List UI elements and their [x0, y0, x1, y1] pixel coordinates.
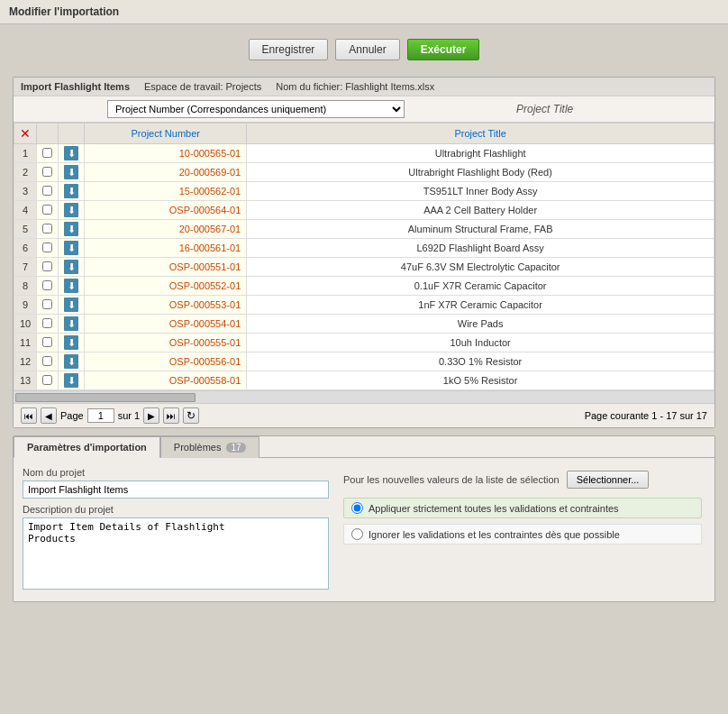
workspace-label: Espace de travail: Projects — [144, 81, 261, 92]
row-pn: 20-000569-01 — [85, 163, 247, 182]
select-row: Pour les nouvelles valeurs de la liste d… — [343, 471, 702, 489]
column-dropdown[interactable]: Project Number (Correspondances uniqueme… — [108, 101, 404, 117]
row-check-cell[interactable] — [37, 220, 59, 239]
column-dropdown-wrapper[interactable]: Project Number (Correspondances uniqueme… — [107, 100, 405, 118]
project-name-input[interactable] — [23, 481, 329, 499]
row-pn: OSP-000551-01 — [85, 258, 247, 277]
table-scroll[interactable]: ✕ Project Number Project Title 1 ⬇ 10-00… — [14, 123, 714, 390]
title-header[interactable]: Project Title — [247, 124, 714, 144]
row-check-cell[interactable] — [37, 315, 59, 334]
save-button[interactable]: Enregistrer — [249, 39, 329, 60]
row-import-cell[interactable]: ⬇ — [59, 182, 85, 201]
row-title: 47uF 6.3V SM Electrolytic Capacitor — [247, 258, 714, 277]
row-import-cell[interactable]: ⬇ — [59, 277, 85, 296]
row-check-cell[interactable] — [37, 334, 59, 352]
project-desc-label: Description du projet — [23, 504, 329, 515]
import-tab-label: Import Flashlight Items — [21, 81, 130, 92]
row-import-cell[interactable]: ⬇ — [59, 296, 85, 315]
delete-header: ✕ — [14, 124, 37, 144]
project-name-label: Nom du projet — [23, 467, 329, 478]
row-import-cell[interactable]: ⬇ — [59, 144, 85, 163]
row-delete-cell: 11 — [14, 334, 37, 352]
select-button[interactable]: Sélectionner... — [567, 471, 650, 489]
row-check-cell[interactable] — [37, 163, 59, 182]
prev-page-btn[interactable]: ◀ — [41, 407, 57, 424]
row-check-cell[interactable] — [37, 144, 59, 163]
row-check-cell[interactable] — [37, 296, 59, 315]
data-table: ✕ Project Number Project Title 1 ⬇ 10-00… — [14, 123, 714, 390]
row-title: L692D Flashlight Board Assy — [247, 239, 714, 258]
problems-badge: 17 — [226, 443, 245, 453]
row-check-cell[interactable] — [37, 201, 59, 220]
refresh-button[interactable]: ↻ — [183, 407, 199, 424]
row-pn: 20-000567-01 — [85, 220, 247, 239]
row-import-cell[interactable]: ⬇ — [59, 239, 85, 258]
of-label: sur 1 — [118, 410, 140, 421]
row-import-cell[interactable]: ⬇ — [59, 352, 85, 371]
h-scroll-thumb[interactable] — [15, 393, 196, 402]
check-header — [37, 124, 59, 144]
row-pn: OSP-000564-01 — [85, 201, 247, 220]
row-title: 10uh Inductor — [247, 334, 714, 352]
row-pn: OSP-000555-01 — [85, 334, 247, 352]
row-delete-cell: 6 — [14, 239, 37, 258]
row-check-cell[interactable] — [37, 239, 59, 258]
row-delete-cell: 4 — [14, 201, 37, 220]
row-check-cell[interactable] — [37, 277, 59, 296]
execute-button[interactable]: Exécuter — [407, 39, 480, 60]
row-delete-cell: 10 — [14, 315, 37, 334]
row-import-cell[interactable]: ⬇ — [59, 220, 85, 239]
row-check-cell[interactable] — [37, 352, 59, 371]
radio-option1-label: Appliquer strictement toutes les validat… — [369, 503, 619, 514]
row-delete-cell: 13 — [14, 371, 37, 390]
row-delete-cell: 8 — [14, 277, 37, 296]
panel-header: Import Flashlight Items Espace de travai… — [14, 78, 714, 96]
horizontal-scrollbar[interactable] — [14, 390, 714, 403]
tab-import-params[interactable]: Paramètres d'importation — [14, 436, 160, 458]
toolbar: Enregistrer Annuler Exécuter — [13, 33, 715, 66]
row-check-cell[interactable] — [37, 258, 59, 277]
row-import-cell[interactable]: ⬇ — [59, 163, 85, 182]
row-import-cell[interactable]: ⬇ — [59, 371, 85, 390]
row-check-cell[interactable] — [37, 371, 59, 390]
row-delete-cell: 12 — [14, 352, 37, 371]
project-desc-textarea[interactable]: Import Item Details of Flashlight Produc… — [23, 517, 329, 590]
col-header-right: Project Title — [511, 101, 707, 117]
tab-problems[interactable]: Problèmes 17 — [160, 436, 259, 458]
row-import-cell[interactable]: ⬇ — [59, 201, 85, 220]
row-title: 0.33O 1% Resistor — [247, 352, 714, 371]
table-controls: Project Number (Correspondances uniqueme… — [14, 96, 714, 123]
tabs-row: Paramètres d'importation Problèmes 17 — [14, 436, 714, 458]
row-import-cell[interactable]: ⬇ — [59, 334, 85, 352]
row-title: 1kO 5% Resistor — [247, 371, 714, 390]
row-pn: OSP-000554-01 — [85, 315, 247, 334]
row-delete-cell: 9 — [14, 296, 37, 315]
table-row: 5 ⬇ 20-000567-01 Aluminum Structural Fra… — [14, 220, 714, 239]
row-import-cell[interactable]: ⬇ — [59, 315, 85, 334]
radio-option2[interactable] — [351, 528, 363, 540]
radio-option1[interactable] — [351, 502, 363, 514]
row-title: 0.1uF X7R Ceramic Capacitor — [247, 277, 714, 296]
title-bar-text: Modifier l'importation — [9, 5, 119, 18]
row-delete-cell: 5 — [14, 220, 37, 239]
row-check-cell[interactable] — [37, 182, 59, 201]
radio-item-2: Ignorer les validations et les contraint… — [343, 524, 702, 545]
table-row: 7 ⬇ OSP-000551-01 47uF 6.3V SM Electroly… — [14, 258, 714, 277]
pn-header[interactable]: Project Number — [85, 124, 247, 144]
row-import-cell[interactable]: ⬇ — [59, 258, 85, 277]
selection-list-label: Pour les nouvelles valeurs de la liste d… — [343, 474, 560, 485]
first-page-btn[interactable]: ⏮ — [21, 407, 37, 424]
last-page-btn[interactable]: ⏭ — [163, 407, 179, 424]
table-row: 1 ⬇ 10-000565-01 Ultrabright Flashlight — [14, 144, 714, 163]
next-page-btn[interactable]: ▶ — [143, 407, 159, 424]
col-header-left: Project Number (Correspondances uniqueme… — [107, 100, 504, 118]
row-title: 1nF X7R Ceramic Capacitor — [247, 296, 714, 315]
page-input[interactable] — [87, 408, 114, 423]
delete-all-icon[interactable]: ✕ — [20, 126, 31, 141]
table-row: 13 ⬇ OSP-000558-01 1kO 5% Resistor — [14, 371, 714, 390]
page-status: Page courante 1 - 17 sur 17 — [585, 410, 707, 421]
row-title: AAA 2 Cell Battery Holder — [247, 201, 714, 220]
row-delete-cell: 7 — [14, 258, 37, 277]
cancel-button[interactable]: Annuler — [335, 39, 399, 60]
pagination-left: ⏮ ◀ Page sur 1 ▶ ⏭ ↻ — [21, 407, 199, 424]
